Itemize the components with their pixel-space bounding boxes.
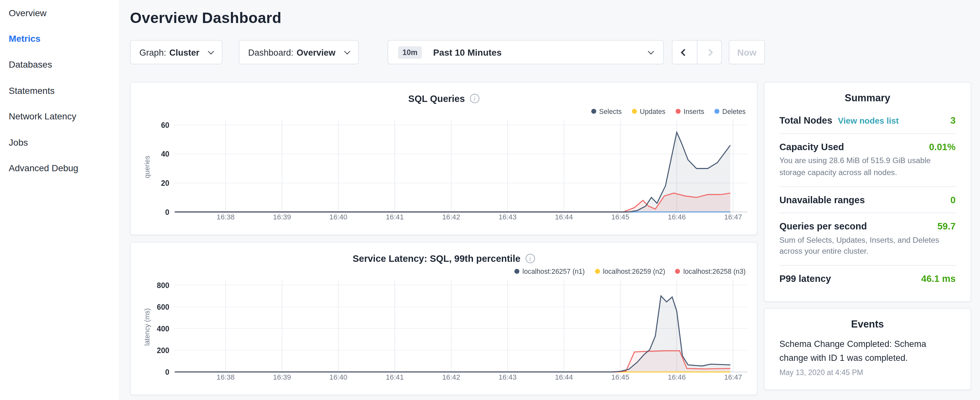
chevron-down-icon bbox=[344, 48, 350, 54]
svg-text:0: 0 bbox=[165, 208, 170, 217]
svg-text:16:40: 16:40 bbox=[329, 213, 347, 221]
summary-subtext: Sum of Selects, Updates, Inserts, and De… bbox=[780, 234, 956, 257]
dashboard-dropdown-text: Dashboard:Overview bbox=[248, 47, 336, 57]
sidebar-item-advanced-debug[interactable]: Advanced Debug bbox=[0, 155, 119, 181]
now-button[interactable]: Now bbox=[729, 40, 765, 64]
svg-text:16:39: 16:39 bbox=[273, 373, 291, 381]
svg-text:16:40: 16:40 bbox=[329, 373, 347, 381]
svg-text:16:45: 16:45 bbox=[611, 373, 629, 381]
event-item[interactable]: Schema Change Completed: Schema change w… bbox=[780, 338, 956, 377]
dashboard-dropdown-value: Overview bbox=[296, 47, 335, 57]
svg-text:16:38: 16:38 bbox=[217, 373, 235, 381]
content-row: SQL Queries i SelectsUpdatesInsertsDelet… bbox=[130, 82, 971, 400]
chart-card-sql-queries: SQL Queries i SelectsUpdatesInsertsDelet… bbox=[130, 82, 757, 235]
sidebar-item-metrics[interactable]: Metrics bbox=[0, 26, 119, 52]
chevron-down-icon bbox=[208, 48, 214, 54]
svg-text:16:44: 16:44 bbox=[555, 373, 573, 381]
dashboard-dropdown-label: Dashboard: bbox=[248, 47, 293, 57]
time-range-selector[interactable]: 10m Past 10 Minutes bbox=[388, 40, 664, 64]
app-root: Overview Metrics Databases Statements Ne… bbox=[0, 0, 980, 400]
y-axis-label: latency (ms) bbox=[143, 296, 150, 358]
events-card: Events Schema Change Completed: Schema c… bbox=[764, 308, 971, 390]
svg-text:16:38: 16:38 bbox=[217, 213, 235, 221]
right-column: Summary Total Nodes View nodes list 3 Ca… bbox=[764, 82, 971, 400]
summary-label: Total Nodes bbox=[780, 115, 832, 126]
chevron-down-icon bbox=[648, 48, 654, 54]
main-content: Overview Dashboard Graph:Cluster Dashboa… bbox=[119, 0, 980, 400]
graph-dropdown[interactable]: Graph:Cluster bbox=[130, 40, 223, 64]
sidebar-item-network-latency[interactable]: Network Latency bbox=[0, 104, 119, 129]
sidebar-item-overview[interactable]: Overview bbox=[0, 0, 119, 26]
summary-value: 3 bbox=[951, 115, 956, 126]
dashboard-controls: Graph:Cluster Dashboard:Overview 10m Pas… bbox=[130, 40, 971, 64]
svg-text:16:42: 16:42 bbox=[442, 373, 460, 381]
svg-text:16:42: 16:42 bbox=[442, 213, 460, 221]
sidebar-item-databases[interactable]: Databases bbox=[0, 52, 119, 78]
summary-value: 0 bbox=[951, 194, 956, 205]
svg-text:16:39: 16:39 bbox=[273, 213, 291, 221]
time-range-value: Past 10 Minutes bbox=[433, 47, 502, 57]
events-title: Events bbox=[780, 319, 956, 330]
svg-text:16:45: 16:45 bbox=[611, 213, 629, 221]
summary-label: Queries per second bbox=[780, 220, 867, 231]
view-nodes-link[interactable]: View nodes list bbox=[838, 116, 899, 126]
dashboard-dropdown[interactable]: Dashboard:Overview bbox=[239, 40, 359, 64]
summary-value: 59.7 bbox=[937, 220, 955, 231]
graph-dropdown-label: Graph: bbox=[140, 47, 166, 57]
summary-label: P99 latency bbox=[780, 273, 831, 284]
svg-text:16:47: 16:47 bbox=[724, 373, 742, 381]
charts-column: SQL Queries i SelectsUpdatesInsertsDelet… bbox=[130, 82, 757, 400]
summary-value: 46.1 ms bbox=[921, 273, 955, 284]
summary-row-unavailable-ranges: Unavailable ranges 0 bbox=[780, 187, 956, 213]
event-timestamp: May 13, 2020 at 4:45 PM bbox=[780, 369, 956, 377]
prev-time-button[interactable] bbox=[672, 40, 697, 64]
svg-text:600: 600 bbox=[157, 303, 170, 311]
graph-dropdown-value: Cluster bbox=[169, 47, 199, 57]
summary-label: Capacity Used bbox=[780, 142, 844, 152]
y-axis-label: queries bbox=[143, 135, 150, 198]
svg-text:16:43: 16:43 bbox=[499, 373, 517, 381]
chart-card-service-latency: Service Latency: SQL, 99th percentile i … bbox=[130, 242, 757, 395]
svg-text:20: 20 bbox=[161, 179, 170, 187]
svg-text:16:46: 16:46 bbox=[668, 373, 686, 381]
graph-dropdown-text: Graph:Cluster bbox=[140, 47, 200, 57]
svg-text:16:47: 16:47 bbox=[724, 213, 742, 221]
sidebar-item-statements[interactable]: Statements bbox=[0, 78, 119, 104]
summary-row-queries-per-second: Queries per second 59.7 Sum of Selects, … bbox=[780, 213, 956, 266]
sidebar: Overview Metrics Databases Statements Ne… bbox=[0, 0, 119, 400]
svg-text:200: 200 bbox=[157, 346, 170, 355]
summary-row-p99-latency: P99 latency 46.1 ms bbox=[780, 266, 956, 291]
summary-row-capacity-used: Capacity Used 0.01% You are using 28.6 M… bbox=[780, 134, 956, 186]
next-time-button[interactable] bbox=[697, 40, 722, 64]
svg-text:400: 400 bbox=[157, 325, 170, 333]
summary-value: 0.01% bbox=[929, 142, 955, 152]
svg-text:60: 60 bbox=[161, 121, 170, 129]
summary-title: Summary bbox=[780, 92, 956, 104]
time-pager bbox=[672, 40, 722, 64]
summary-card: Summary Total Nodes View nodes list 3 Ca… bbox=[764, 82, 971, 302]
svg-text:16:44: 16:44 bbox=[555, 213, 573, 221]
svg-text:40: 40 bbox=[161, 150, 170, 158]
chevron-right-icon bbox=[706, 49, 713, 56]
svg-text:16:43: 16:43 bbox=[499, 213, 517, 221]
svg-text:0: 0 bbox=[165, 368, 170, 376]
time-range-badge: 10m bbox=[398, 46, 422, 59]
event-message: Schema Change Completed: Schema change w… bbox=[780, 338, 956, 365]
summary-row-total-nodes: Total Nodes View nodes list 3 bbox=[780, 107, 956, 134]
summary-label: Unavailable ranges bbox=[780, 194, 865, 205]
sidebar-item-jobs[interactable]: Jobs bbox=[0, 129, 119, 155]
chart-plot[interactable]: 16:3816:3916:4016:4116:4216:4316:4416:45… bbox=[131, 243, 758, 396]
summary-subtext: You are using 28.6 MiB of 515.9 GiB usab… bbox=[780, 155, 956, 178]
svg-text:800: 800 bbox=[157, 281, 170, 290]
svg-text:16:41: 16:41 bbox=[386, 373, 404, 381]
chart-plot[interactable]: 16:3816:3916:4016:4116:4216:4316:4416:45… bbox=[131, 83, 758, 236]
svg-text:16:46: 16:46 bbox=[668, 213, 686, 221]
svg-text:16:41: 16:41 bbox=[386, 213, 404, 221]
chevron-left-icon bbox=[681, 49, 688, 56]
page-title: Overview Dashboard bbox=[130, 10, 971, 27]
